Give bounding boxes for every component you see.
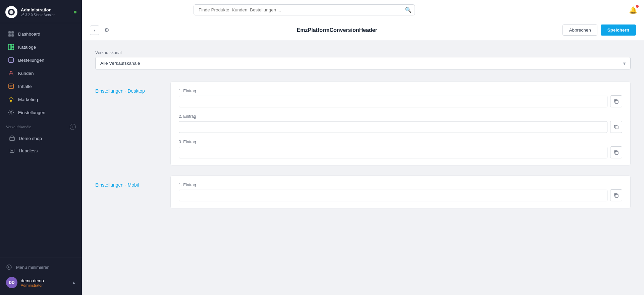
svg-rect-19 <box>615 194 618 197</box>
content-icon <box>8 83 14 89</box>
svg-rect-17 <box>615 126 618 129</box>
svg-rect-3 <box>8 34 11 37</box>
save-button[interactable]: Speichern <box>601 24 636 36</box>
minimize-icon <box>6 264 12 270</box>
add-sales-channel-button[interactable]: + <box>70 124 76 130</box>
svg-rect-16 <box>615 100 618 103</box>
sidebar-item-label: Kataloge <box>18 45 36 50</box>
desktop-entry-3: 3. Eintrag <box>179 140 622 158</box>
page-title: EmzPlatformConversionHeader <box>115 27 558 33</box>
online-indicator <box>74 11 76 13</box>
mobile-section-row: Einstellungen - Mobil 1. Eintrag <box>95 176 631 208</box>
mobile-entry-label-1: 1. Eintrag <box>179 183 622 187</box>
orders-icon <box>8 57 14 63</box>
sidebar-item-label: Dashboard <box>18 32 40 37</box>
search-icon[interactable]: 🔍 <box>405 7 412 13</box>
desktop-entry-1: 1. Eintrag <box>179 89 622 107</box>
notification-bell[interactable]: 🔔 <box>629 6 637 14</box>
sidebar-header: Administration v6.3.2.0 Stable Version <box>0 0 82 23</box>
mobile-section-label: Einstellungen - Mobil <box>95 176 162 188</box>
sidebar-item-label: Inhalte <box>18 84 32 89</box>
sidebar-item-marketing[interactable]: Marketing <box>2 93 80 106</box>
page-settings-button[interactable]: ⚙ <box>102 26 111 35</box>
sidebar-item-label: Kunden <box>18 71 34 76</box>
svg-point-14 <box>11 150 13 151</box>
svg-rect-12 <box>10 137 14 141</box>
topbar: 🔍 🔔 <box>82 0 644 20</box>
mobile-entry-input-1[interactable] <box>179 190 607 201</box>
desktop-entry-input-2[interactable] <box>179 121 607 133</box>
shop-icon <box>9 136 15 141</box>
mobile-entry-1: 1. Eintrag <box>179 183 622 201</box>
entry-label-2: 2. Eintrag <box>179 114 622 119</box>
marketing-icon <box>8 96 14 102</box>
verkaufskanal-section: Verkaufskanal Alle Verkaufskanäle ▼ <box>95 50 631 69</box>
sidebar-footer: Menü minimieren DD demo demo Administrat… <box>0 257 82 295</box>
app-name: Administration <box>21 7 55 13</box>
mobile-copy-button-1[interactable] <box>610 189 622 201</box>
entry-label-1: 1. Eintrag <box>179 89 622 93</box>
desktop-entry-input-1[interactable] <box>179 96 607 107</box>
sidebar-item-inhalte[interactable]: Inhalte <box>2 80 80 93</box>
svg-point-11 <box>10 112 12 113</box>
desktop-entry-input-3[interactable] <box>179 147 607 158</box>
dashboard-icon <box>8 31 14 37</box>
user-menu[interactable]: DD demo demo Administrator ▲ <box>0 274 82 292</box>
sales-channels-section: Verkaufskanäle + <box>0 119 82 132</box>
sidebar-nav: Dashboard Kataloge Bestellungen <box>0 23 82 257</box>
sidebar-item-label: Marketing <box>18 97 38 102</box>
desktop-section-label: Einstellungen - Desktop <box>95 82 162 94</box>
catalog-icon <box>8 44 14 50</box>
desktop-entry-2: 2. Eintrag <box>179 114 622 133</box>
svg-rect-4 <box>11 34 14 37</box>
svg-rect-1 <box>8 31 11 34</box>
sidebar: Administration v6.3.2.0 Stable Version D… <box>0 0 82 295</box>
page-header: ‹ ⚙ EmzPlatformConversionHeader Abbreche… <box>82 20 644 40</box>
minimize-label: Menü minimieren <box>16 265 50 270</box>
svg-rect-7 <box>11 47 14 50</box>
user-name: demo demo <box>21 278 68 283</box>
main-content: 🔍 🔔 ‹ ⚙ EmzPlatformConversionHeader Abbr… <box>82 0 644 295</box>
sidebar-item-kataloge[interactable]: Kataloge <box>2 41 80 53</box>
mobile-section-card: 1. Eintrag <box>170 176 631 208</box>
verkaufskanal-select-wrapper: Alle Verkaufskanäle ▼ <box>95 57 631 69</box>
cancel-button[interactable]: Abbrechen <box>562 24 597 36</box>
copy-button-2[interactable] <box>610 121 622 133</box>
svg-rect-6 <box>11 44 14 47</box>
svg-rect-5 <box>8 44 11 50</box>
sidebar-item-dashboard[interactable]: Dashboard <box>2 28 80 40</box>
svg-rect-13 <box>10 149 14 152</box>
entry-label-3: 3. Eintrag <box>179 140 622 144</box>
chevron-up-icon: ▲ <box>72 280 76 285</box>
svg-rect-18 <box>615 151 618 154</box>
verkaufskanal-label: Verkaufskanal <box>95 50 631 55</box>
sidebar-item-kunden[interactable]: Kunden <box>2 67 80 80</box>
app-logo <box>5 6 17 18</box>
sidebar-item-label: Headless <box>19 148 38 153</box>
desktop-section-card: 1. Eintrag 2. Eintrag <box>170 82 631 165</box>
sidebar-item-label: Einstellungen <box>18 110 45 115</box>
copy-button-3[interactable] <box>610 146 622 158</box>
sidebar-item-demo-shop[interactable]: Demo shop <box>2 132 80 144</box>
app-version: v6.3.2.0 Stable Version <box>21 13 55 17</box>
user-role: Administrator <box>21 283 68 287</box>
sidebar-item-label: Bestellungen <box>18 58 44 63</box>
verkaufskanal-select[interactable]: Alle Verkaufskanäle <box>95 57 631 69</box>
back-button[interactable]: ‹ <box>90 26 99 35</box>
copy-button-1[interactable] <box>610 95 622 107</box>
content-area: Verkaufskanal Alle Verkaufskanäle ▼ Eins… <box>82 40 644 295</box>
customers-icon <box>8 70 14 76</box>
search-input[interactable] <box>194 4 415 15</box>
sidebar-item-label: Demo shop <box>19 136 42 141</box>
avatar: DD <box>6 277 17 288</box>
notification-badge <box>636 5 639 8</box>
settings-icon <box>8 109 14 115</box>
sidebar-item-einstellungen[interactable]: Einstellungen <box>2 106 80 119</box>
search-box: 🔍 <box>194 4 415 15</box>
svg-point-9 <box>10 71 12 73</box>
svg-rect-2 <box>11 31 14 34</box>
sidebar-item-headless[interactable]: Headless <box>2 145 80 157</box>
headless-icon <box>9 148 15 153</box>
sidebar-item-bestellungen[interactable]: Bestellungen <box>2 54 80 66</box>
minimize-menu-button[interactable]: Menü minimieren <box>0 261 82 274</box>
